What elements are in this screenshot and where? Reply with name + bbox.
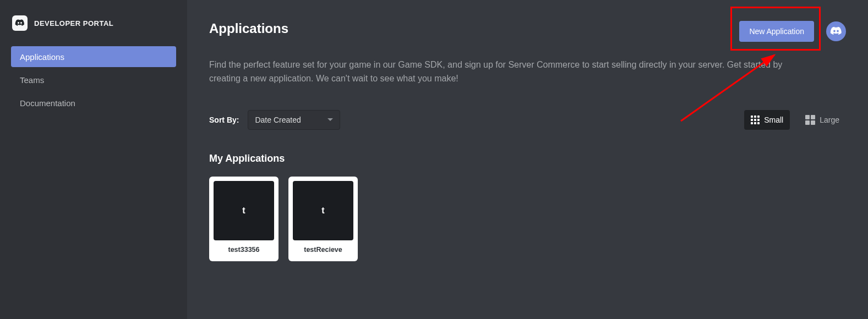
app-name: test33356: [214, 240, 274, 257]
discord-logo-icon: [12, 15, 28, 31]
sidebar-item-documentation[interactable]: Documentation: [11, 92, 176, 113]
sidebar-item-teams[interactable]: Teams: [11, 69, 176, 90]
view-small-button[interactable]: Small: [744, 110, 790, 130]
app-name: testRecieve: [293, 240, 353, 257]
app-card[interactable]: t test33356: [209, 177, 279, 261]
app-card[interactable]: t testRecieve: [288, 177, 358, 261]
header-right: New Application: [739, 21, 846, 42]
nav: Applications Teams Documentation: [0, 43, 187, 117]
page-title: Applications: [209, 21, 288, 36]
main: Applications New Application Find the pe…: [187, 0, 868, 319]
sort-wrap: Sort By: Date Created: [209, 110, 340, 130]
app-thumb: t: [293, 181, 353, 240]
view-toggle: Small Large: [744, 110, 846, 130]
page-description: Find the perfect feature set for your ga…: [209, 58, 787, 86]
section-title: My Applications: [209, 153, 846, 164]
app-thumb: t: [214, 181, 274, 240]
sidebar: DEVELOPER PORTAL Applications Teams Docu…: [0, 0, 187, 319]
new-application-button[interactable]: New Application: [739, 21, 814, 42]
logo-row: DEVELOPER PORTAL: [0, 15, 187, 43]
brand-label: DEVELOPER PORTAL: [34, 19, 113, 28]
view-large-label: Large: [820, 116, 839, 124]
avatar[interactable]: [826, 21, 846, 41]
controls-row: Sort By: Date Created Small Large: [209, 110, 846, 130]
sort-select[interactable]: Date Created: [248, 110, 340, 130]
sort-selected: Date Created: [255, 116, 301, 124]
header-row: Applications New Application: [209, 21, 846, 42]
app-cards: t test33356 t testRecieve: [209, 177, 846, 261]
view-large-button[interactable]: Large: [799, 110, 846, 130]
chevron-down-icon: [327, 118, 333, 121]
sort-label: Sort By:: [209, 116, 239, 124]
sidebar-item-applications[interactable]: Applications: [11, 46, 176, 67]
grid-small-icon: [751, 116, 760, 124]
discord-icon: [830, 25, 842, 37]
grid-large-icon: [805, 115, 815, 125]
view-small-label: Small: [764, 116, 783, 124]
